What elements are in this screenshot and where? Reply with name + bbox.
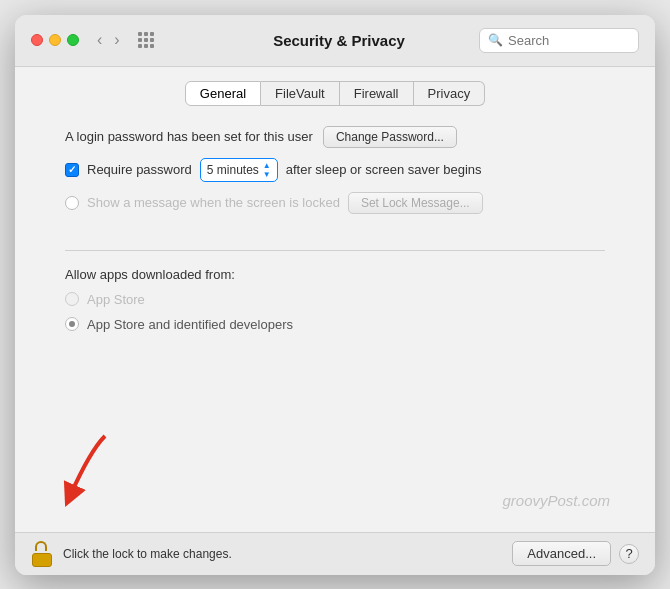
tab-privacy[interactable]: Privacy xyxy=(414,81,486,106)
require-password-label: Require password xyxy=(87,162,192,177)
lock-text: Click the lock to make changes. xyxy=(63,547,232,561)
search-input[interactable] xyxy=(508,33,630,48)
section-divider xyxy=(65,250,605,251)
set-lock-message-button[interactable]: Set Lock Message... xyxy=(348,192,483,214)
app-store-devs-label: App Store and identified developers xyxy=(87,317,293,332)
app-store-devs-radio[interactable] xyxy=(65,317,79,331)
app-store-option[interactable]: App Store xyxy=(65,292,605,307)
require-password-row: Require password 5 minutes ▲ ▼ after sle… xyxy=(65,158,605,182)
advanced-button[interactable]: Advanced... xyxy=(512,541,611,566)
bottom-bar: Click the lock to make changes. Advanced… xyxy=(15,532,655,575)
search-icon: 🔍 xyxy=(488,33,503,47)
show-message-radio[interactable] xyxy=(65,196,79,210)
lock-shackle xyxy=(35,541,47,551)
bottom-right-controls: Advanced... ? xyxy=(512,541,639,566)
app-store-devs-option[interactable]: App Store and identified developers xyxy=(65,317,605,332)
login-row: A login password has been set for this u… xyxy=(65,126,605,148)
change-password-button[interactable]: Change Password... xyxy=(323,126,457,148)
watermark: groovyPost.com xyxy=(502,492,610,509)
allow-apps-label: Allow apps downloaded from: xyxy=(65,267,605,282)
login-section: A login password has been set for this u… xyxy=(65,126,605,234)
close-button[interactable] xyxy=(31,34,43,46)
require-password-checkbox[interactable] xyxy=(65,163,79,177)
app-store-radio[interactable] xyxy=(65,292,79,306)
traffic-lights xyxy=(31,34,79,46)
minutes-dropdown[interactable]: 5 minutes ▲ ▼ xyxy=(200,158,278,182)
after-sleep-label: after sleep or screen saver begins xyxy=(286,162,482,177)
tab-firewall[interactable]: Firewall xyxy=(340,81,414,106)
grid-icon[interactable] xyxy=(138,32,154,48)
lock-icon[interactable] xyxy=(31,541,53,567)
app-store-label: App Store xyxy=(87,292,145,307)
stepper-arrows: ▲ ▼ xyxy=(263,161,271,179)
nav-buttons: ‹ › xyxy=(93,30,124,50)
forward-button[interactable]: › xyxy=(110,30,123,50)
back-button[interactable]: ‹ xyxy=(93,30,106,50)
show-message-label: Show a message when the screen is locked xyxy=(87,195,340,210)
arrow-annotation xyxy=(35,431,125,520)
allow-apps-section: Allow apps downloaded from: App Store Ap… xyxy=(65,267,605,332)
search-box[interactable]: 🔍 xyxy=(479,28,639,53)
minutes-value: 5 minutes xyxy=(207,163,259,177)
minimize-button[interactable] xyxy=(49,34,61,46)
tabs-bar: General FileVault Firewall Privacy xyxy=(15,67,655,116)
login-text: A login password has been set for this u… xyxy=(65,129,313,144)
lock-message-row: Show a message when the screen is locked… xyxy=(65,192,605,214)
titlebar: ‹ › Security & Privacy 🔍 xyxy=(15,15,655,67)
maximize-button[interactable] xyxy=(67,34,79,46)
help-button[interactable]: ? xyxy=(619,544,639,564)
lock-body xyxy=(32,553,52,567)
tab-general[interactable]: General xyxy=(185,81,261,106)
window-title: Security & Privacy xyxy=(273,32,405,49)
tab-filevault[interactable]: FileVault xyxy=(261,81,340,106)
main-window: ‹ › Security & Privacy 🔍 General FileVau… xyxy=(15,15,655,575)
